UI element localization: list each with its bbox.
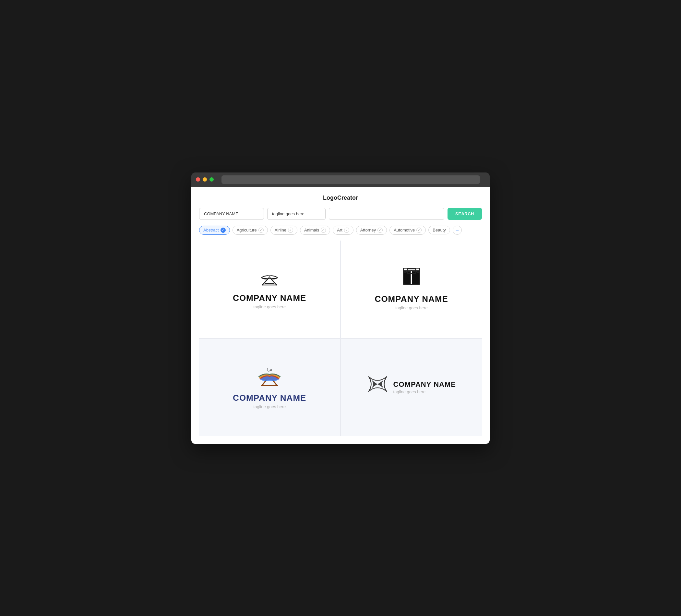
minimize-button[interactable] (203, 177, 207, 182)
filter-animals[interactable]: Animals ✓ (300, 226, 330, 235)
filter-abstract[interactable]: Abstract ✓ (199, 226, 230, 235)
filter-automotive-label: Automotive (394, 228, 415, 232)
filter-attorney-check: ✓ (377, 228, 383, 233)
address-bar[interactable] (222, 175, 480, 184)
titlebar (191, 173, 490, 187)
filter-art-label: Art (337, 228, 343, 232)
filter-attorney[interactable]: Attorney ✓ (356, 226, 387, 235)
logo-grid: COMPANY NAME tagline goes here (199, 240, 482, 436)
logo3-icon: اقرأ (255, 365, 284, 388)
svg-text:اقرأ: اقرأ (267, 368, 272, 372)
logo-card-3[interactable]: اقرأ COMPANY NAME tagline goes here (199, 339, 340, 436)
filter-attorney-label: Attorney (360, 228, 376, 232)
logo4-tagline: tagline goes here (393, 389, 456, 394)
app-title: LogoCreator (199, 195, 482, 201)
filter-airline-label: Airline (275, 228, 286, 232)
filter-bar: Abstract ✓ Agriculture ✓ Airline ✓ Anima… (199, 226, 482, 235)
filter-art[interactable]: Art ✓ (333, 226, 353, 235)
logo2-icon (400, 268, 423, 289)
filter-airline[interactable]: Airline ✓ (271, 226, 297, 235)
logo2-tagline: tagline goes here (395, 305, 428, 310)
app-body: LogoCreator SEARCH Abstract ✓ Agricultur… (191, 187, 490, 444)
logo-card-2[interactable]: COMPANY NAME tagline goes here (341, 240, 482, 338)
filter-automotive[interactable]: Automotive ✓ (389, 226, 426, 235)
filter-agriculture[interactable]: Agriculture ✓ (232, 226, 268, 235)
logo4-layout: COMPANY NAME tagline goes here (367, 375, 456, 400)
logo4-company-name: COMPANY NAME (393, 380, 456, 389)
logo1-company-name: COMPANY NAME (233, 293, 306, 303)
logo3-tagline: tagline goes here (253, 404, 286, 409)
filter-animals-label: Animals (304, 228, 319, 232)
tagline-input[interactable] (267, 208, 326, 220)
filter-beauty[interactable]: Beauty (428, 226, 450, 234)
extra-input[interactable] (329, 208, 444, 220)
filter-automotive-check: ✓ (417, 228, 422, 233)
filter-agriculture-label: Agriculture (237, 228, 257, 232)
logo-card-4[interactable]: COMPANY NAME tagline goes here (341, 339, 482, 436)
filter-beauty-label: Beauty (433, 228, 446, 232)
filter-next-button[interactable]: → (453, 226, 462, 235)
filter-abstract-check: ✓ (221, 228, 226, 233)
logo4-icon (367, 375, 388, 394)
company-name-input[interactable] (199, 208, 264, 220)
logo-card-1[interactable]: COMPANY NAME tagline goes here (199, 240, 340, 338)
filter-art-check: ✓ (344, 228, 349, 233)
logo1-tagline: tagline goes here (253, 304, 286, 309)
search-button[interactable]: SEARCH (448, 208, 482, 220)
filter-abstract-label: Abstract (203, 228, 219, 232)
app-window: LogoCreator SEARCH Abstract ✓ Agricultur… (191, 173, 490, 444)
close-button[interactable] (196, 177, 200, 182)
filter-airline-check: ✓ (288, 228, 293, 233)
filter-agriculture-check: ✓ (258, 228, 263, 233)
filter-animals-check: ✓ (321, 228, 326, 233)
search-bar: SEARCH (199, 208, 482, 220)
maximize-button[interactable] (209, 177, 214, 182)
logo3-company-name: COMPANY NAME (233, 393, 306, 403)
logo1-icon (256, 269, 282, 288)
logo2-company-name: COMPANY NAME (375, 294, 448, 304)
logo4-text-block: COMPANY NAME tagline goes here (393, 380, 456, 394)
